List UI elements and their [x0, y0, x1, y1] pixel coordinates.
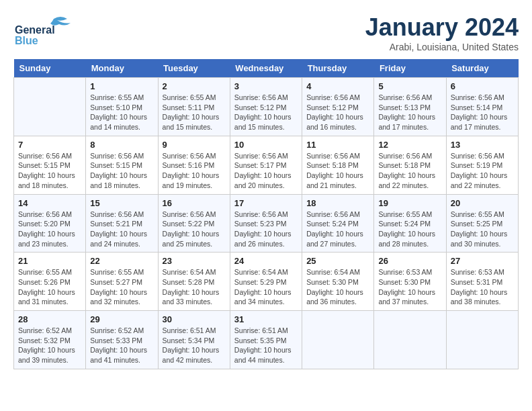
day-number: 17	[234, 198, 298, 208]
day-number: 1	[90, 81, 153, 91]
title-section: January 2024 Arabi, Louisiana, United St…	[365, 13, 519, 52]
day-info: Sunrise: 6:56 AMSunset: 5:12 PMDaylight:…	[306, 93, 369, 132]
day-number: 28	[18, 314, 81, 324]
day-cell: 10Sunrise: 6:56 AMSunset: 5:17 PMDayligh…	[230, 136, 302, 194]
day-cell: 17Sunrise: 6:56 AMSunset: 5:23 PMDayligh…	[230, 194, 302, 253]
day-info: Sunrise: 6:52 AMSunset: 5:32 PMDaylight:…	[18, 326, 81, 365]
day-number: 29	[90, 314, 153, 324]
day-number: 14	[18, 198, 81, 208]
day-number: 30	[163, 314, 226, 324]
svg-text:General: General	[15, 24, 55, 36]
day-info: Sunrise: 6:56 AMSunset: 5:24 PMDaylight:…	[306, 210, 369, 249]
day-info: Sunrise: 6:53 AMSunset: 5:30 PMDaylight:…	[378, 267, 441, 307]
day-info: Sunrise: 6:56 AMSunset: 5:18 PMDaylight:…	[378, 151, 441, 191]
day-info: Sunrise: 6:56 AMSunset: 5:17 PMDaylight:…	[234, 151, 298, 191]
logo-svg: General Blue	[13, 13, 81, 47]
day-cell: 20Sunrise: 6:55 AMSunset: 5:25 PMDayligh…	[446, 194, 518, 253]
header-monday: Monday	[86, 59, 158, 78]
day-cell	[14, 78, 86, 136]
day-info: Sunrise: 6:55 AMSunset: 5:10 PMDaylight:…	[90, 93, 153, 132]
day-info: Sunrise: 6:56 AMSunset: 5:14 PMDaylight:…	[451, 93, 514, 132]
day-cell: 6Sunrise: 6:56 AMSunset: 5:14 PMDaylight…	[446, 78, 518, 136]
day-cell: 22Sunrise: 6:55 AMSunset: 5:27 PMDayligh…	[86, 253, 158, 311]
day-info: Sunrise: 6:53 AMSunset: 5:31 PMDaylight:…	[451, 267, 514, 307]
day-number: 22	[90, 256, 153, 266]
day-info: Sunrise: 6:54 AMSunset: 5:28 PMDaylight:…	[163, 267, 226, 307]
header-row: SundayMondayTuesdayWednesdayThursdayFrid…	[14, 59, 519, 78]
header-tuesday: Tuesday	[158, 59, 230, 78]
day-number: 10	[234, 140, 298, 150]
calendar-table: SundayMondayTuesdayWednesdayThursdayFrid…	[13, 59, 519, 369]
day-cell: 24Sunrise: 6:54 AMSunset: 5:29 PMDayligh…	[230, 253, 302, 311]
day-cell: 3Sunrise: 6:56 AMSunset: 5:12 PMDaylight…	[230, 78, 302, 136]
week-row-3: 21Sunrise: 6:55 AMSunset: 5:26 PMDayligh…	[14, 253, 519, 311]
day-number: 21	[18, 256, 81, 266]
day-info: Sunrise: 6:55 AMSunset: 5:11 PMDaylight:…	[163, 93, 226, 132]
day-number: 5	[378, 81, 441, 91]
day-info: Sunrise: 6:56 AMSunset: 5:12 PMDaylight:…	[234, 93, 298, 132]
week-row-4: 28Sunrise: 6:52 AMSunset: 5:32 PMDayligh…	[14, 311, 519, 369]
day-cell: 1Sunrise: 6:55 AMSunset: 5:10 PMDaylight…	[86, 78, 158, 136]
day-number: 24	[234, 256, 298, 266]
day-cell	[446, 311, 518, 369]
day-cell: 29Sunrise: 6:52 AMSunset: 5:33 PMDayligh…	[86, 311, 158, 369]
day-cell: 12Sunrise: 6:56 AMSunset: 5:18 PMDayligh…	[374, 136, 446, 194]
day-info: Sunrise: 6:56 AMSunset: 5:18 PMDaylight:…	[306, 151, 369, 191]
svg-text:Blue: Blue	[15, 35, 38, 46]
day-cell: 4Sunrise: 6:56 AMSunset: 5:12 PMDaylight…	[302, 78, 374, 136]
day-info: Sunrise: 6:55 AMSunset: 5:24 PMDaylight:…	[378, 210, 441, 249]
day-number: 13	[451, 140, 514, 150]
day-cell: 8Sunrise: 6:56 AMSunset: 5:15 PMDaylight…	[86, 136, 158, 194]
day-info: Sunrise: 6:56 AMSunset: 5:20 PMDaylight:…	[18, 210, 81, 249]
day-number: 7	[18, 140, 81, 150]
header: General Blue January 2024 Arabi, Louisia…	[13, 13, 519, 52]
day-cell: 19Sunrise: 6:55 AMSunset: 5:24 PMDayligh…	[374, 194, 446, 253]
day-cell: 16Sunrise: 6:56 AMSunset: 5:22 PMDayligh…	[158, 194, 230, 253]
day-cell: 5Sunrise: 6:56 AMSunset: 5:13 PMDaylight…	[374, 78, 446, 136]
day-number: 20	[451, 198, 514, 208]
header-saturday: Saturday	[446, 59, 518, 78]
day-number: 15	[90, 198, 153, 208]
day-cell: 13Sunrise: 6:56 AMSunset: 5:19 PMDayligh…	[446, 136, 518, 194]
day-info: Sunrise: 6:54 AMSunset: 5:30 PMDaylight:…	[306, 267, 369, 307]
day-info: Sunrise: 6:56 AMSunset: 5:15 PMDaylight:…	[18, 151, 81, 191]
day-cell: 14Sunrise: 6:56 AMSunset: 5:20 PMDayligh…	[14, 194, 86, 253]
week-row-1: 7Sunrise: 6:56 AMSunset: 5:15 PMDaylight…	[14, 136, 519, 194]
day-cell: 9Sunrise: 6:56 AMSunset: 5:16 PMDaylight…	[158, 136, 230, 194]
day-info: Sunrise: 6:51 AMSunset: 5:35 PMDaylight:…	[234, 326, 298, 365]
header-friday: Friday	[374, 59, 446, 78]
day-cell	[302, 311, 374, 369]
day-info: Sunrise: 6:51 AMSunset: 5:34 PMDaylight:…	[163, 326, 226, 365]
day-cell: 11Sunrise: 6:56 AMSunset: 5:18 PMDayligh…	[302, 136, 374, 194]
day-info: Sunrise: 6:55 AMSunset: 5:27 PMDaylight:…	[90, 267, 153, 307]
day-info: Sunrise: 6:56 AMSunset: 5:16 PMDaylight:…	[163, 151, 226, 191]
day-number: 11	[306, 140, 369, 150]
logo: General Blue	[13, 13, 81, 47]
day-cell: 18Sunrise: 6:56 AMSunset: 5:24 PMDayligh…	[302, 194, 374, 253]
month-title: January 2024	[365, 13, 519, 42]
day-info: Sunrise: 6:55 AMSunset: 5:26 PMDaylight:…	[18, 267, 81, 307]
day-number: 9	[163, 140, 226, 150]
week-row-0: 1Sunrise: 6:55 AMSunset: 5:10 PMDaylight…	[14, 78, 519, 136]
day-number: 26	[378, 256, 441, 266]
day-number: 6	[451, 81, 514, 91]
day-cell: 26Sunrise: 6:53 AMSunset: 5:30 PMDayligh…	[374, 253, 446, 311]
day-info: Sunrise: 6:56 AMSunset: 5:19 PMDaylight:…	[451, 151, 514, 191]
day-number: 23	[163, 256, 226, 266]
day-cell: 28Sunrise: 6:52 AMSunset: 5:32 PMDayligh…	[14, 311, 86, 369]
day-number: 19	[378, 198, 441, 208]
day-number: 31	[234, 314, 298, 324]
day-number: 3	[234, 81, 298, 91]
day-cell: 25Sunrise: 6:54 AMSunset: 5:30 PMDayligh…	[302, 253, 374, 311]
day-cell: 27Sunrise: 6:53 AMSunset: 5:31 PMDayligh…	[446, 253, 518, 311]
week-row-2: 14Sunrise: 6:56 AMSunset: 5:20 PMDayligh…	[14, 194, 519, 253]
day-cell: 15Sunrise: 6:56 AMSunset: 5:21 PMDayligh…	[86, 194, 158, 253]
day-info: Sunrise: 6:56 AMSunset: 5:15 PMDaylight:…	[90, 151, 153, 191]
day-info: Sunrise: 6:56 AMSunset: 5:22 PMDaylight:…	[163, 210, 226, 249]
day-info: Sunrise: 6:54 AMSunset: 5:29 PMDaylight:…	[234, 267, 298, 307]
day-number: 27	[451, 256, 514, 266]
day-cell: 2Sunrise: 6:55 AMSunset: 5:11 PMDaylight…	[158, 78, 230, 136]
day-cell: 7Sunrise: 6:56 AMSunset: 5:15 PMDaylight…	[14, 136, 86, 194]
day-number: 2	[163, 81, 226, 91]
header-wednesday: Wednesday	[230, 59, 302, 78]
